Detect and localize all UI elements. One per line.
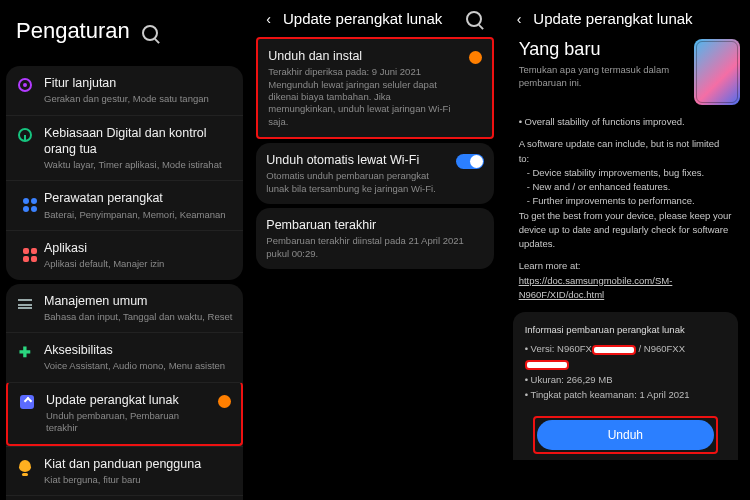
settings-row-dig[interactable]: Kebiasaan Digital dan kontrol orang tuaW…	[6, 115, 243, 181]
update-list-panel: ‹ Update perangkat lunak Unduh dan insta…	[249, 0, 499, 500]
search-icon[interactable]	[466, 11, 482, 27]
row-title: Unduh otomatis lewat Wi-Fi	[266, 152, 445, 168]
page-title: Pengaturan	[12, 10, 134, 56]
learn-label: Learn more at:	[519, 259, 732, 273]
update-row-2[interactable]: Pembaruan terakhirPembaruan terakhir dii…	[256, 208, 493, 269]
row-subtitle: Kiat berguna, fitur baru	[44, 474, 233, 486]
info-size: • Ukuran: 266,29 MB	[525, 372, 726, 387]
row-title: Perawatan perangkat	[44, 190, 233, 206]
header: Pengaturan	[6, 0, 243, 62]
body-bullet: - New and / or enhanced features.	[519, 180, 732, 194]
redacted-box	[592, 345, 636, 355]
hero: Yang baru Temukan apa yang termasuk dala…	[507, 33, 744, 115]
row-title: Aplikasi	[44, 240, 233, 256]
settings-group: Fitur lanjutanGerakan dan gestur, Mode s…	[6, 66, 243, 280]
row-subtitle: Aplikasi default, Manajer izin	[44, 258, 233, 270]
settings-row-adv[interactable]: Fitur lanjutanGerakan dan gestur, Mode s…	[6, 66, 243, 115]
learn-link[interactable]: https://doc.samsungmobile.com/SM-N960F/X…	[519, 275, 673, 300]
back-icon[interactable]: ‹	[513, 11, 526, 27]
gen-icon	[16, 294, 34, 312]
update-body: • Overall stability of functions improve…	[507, 115, 744, 302]
update-card: Unduh dan instalTerakhir diperiksa pada:…	[256, 37, 493, 139]
info-patch: • Tingkat patch keamanan: 1 April 2021	[525, 387, 726, 402]
search-icon[interactable]	[142, 25, 158, 41]
body-bullet: - Device stability improvements, bug fix…	[519, 166, 732, 180]
settings-panel: Pengaturan Fitur lanjutanGerakan dan ges…	[0, 0, 249, 500]
phone-image	[694, 39, 740, 105]
update-card: Pembaruan terakhirPembaruan terakhir dii…	[256, 208, 493, 269]
notification-badge	[469, 51, 482, 64]
row-subtitle: Otomatis unduh pembaruan perangkat lunak…	[266, 170, 445, 195]
row-title: Aksesibilitas	[44, 342, 233, 358]
hero-subtitle: Temukan apa yang termasuk dalam pembarua…	[519, 64, 684, 90]
notification-badge	[218, 395, 231, 408]
settings-row-acc[interactable]: ✚AksesibilitasVoice Assistant, Audio mon…	[6, 332, 243, 382]
row-subtitle: Terakhir diperiksa pada: 9 Juni 2021 Men…	[268, 66, 458, 128]
back-icon[interactable]: ‹	[262, 11, 275, 27]
row-subtitle: Voice Assistant, Audio mono, Menu asiste…	[44, 360, 233, 372]
row-title: Pembaruan terakhir	[266, 217, 483, 233]
care-icon	[16, 191, 34, 209]
body-note: To get the best from your device, please…	[519, 209, 732, 252]
acc-icon: ✚	[16, 343, 34, 361]
settings-row-tip[interactable]: Kiat dan panduan penggunaKiat berguna, f…	[6, 446, 243, 496]
download-wrap: Unduh	[513, 408, 738, 460]
adv-icon	[16, 76, 34, 94]
info-version: • Versi: N960FX / N960FXX	[525, 341, 726, 371]
row-title: Update perangkat lunak	[46, 392, 208, 408]
tip-icon	[16, 457, 34, 475]
row-title: Fitur lanjutan	[44, 75, 233, 91]
body-lead: • Overall stability of functions improve…	[519, 115, 732, 129]
wifi-auto-toggle[interactable]	[456, 154, 484, 169]
update-info-card: Informasi pembaruan perangkat lunak • Ve…	[513, 312, 738, 408]
row-subtitle: Baterai, Penyimpanan, Memori, Keamanan	[44, 209, 233, 221]
body-intro: A software update can include, but is no…	[519, 137, 732, 166]
header: ‹ Update perangkat lunak	[507, 0, 744, 33]
apps-icon	[16, 241, 34, 259]
body-bullet: - Further improvements to performance.	[519, 194, 732, 208]
settings-row-gen[interactable]: Manajemen umumBahasa dan input, Tanggal …	[6, 284, 243, 333]
update-detail-panel: ‹ Update perangkat lunak Yang baru Temuk…	[500, 0, 750, 500]
update-row-1[interactable]: Unduh otomatis lewat Wi-FiOtomatis unduh…	[256, 143, 493, 204]
settings-row-about[interactable]: Tentang ponselStatus, Informasi hukum, N…	[6, 495, 243, 500]
settings-row-upd[interactable]: Update perangkat lunakUnduh pembaruan, P…	[6, 382, 243, 446]
row-subtitle: Gerakan dan gestur, Mode satu tangan	[44, 93, 233, 105]
page-title: Update perangkat lunak	[533, 10, 738, 27]
header: ‹ Update perangkat lunak	[256, 0, 493, 33]
update-card: Unduh otomatis lewat Wi-FiOtomatis unduh…	[256, 143, 493, 204]
row-title: Unduh dan instal	[268, 48, 458, 64]
row-subtitle: Pembaruan terakhir diinstal pada 21 Apri…	[266, 235, 483, 260]
row-title: Kebiasaan Digital dan kontrol orang tua	[44, 125, 233, 158]
dig-icon	[16, 126, 34, 144]
row-title: Kiat dan panduan pengguna	[44, 456, 233, 472]
page-title: Update perangkat lunak	[283, 10, 458, 27]
info-title: Informasi pembaruan perangkat lunak	[525, 322, 726, 337]
upd-icon	[18, 393, 36, 411]
redacted-box	[525, 360, 569, 370]
row-subtitle: Unduh pembaruan, Pembaruan terakhir	[46, 410, 208, 435]
update-row-0[interactable]: Unduh dan instalTerakhir diperiksa pada:…	[258, 39, 491, 137]
row-title: Manajemen umum	[44, 293, 233, 309]
hero-title: Yang baru	[519, 39, 684, 60]
row-subtitle: Waktu layar, Timer aplikasi, Mode istira…	[44, 159, 233, 171]
settings-row-care[interactable]: Perawatan perangkatBaterai, Penyimpanan,…	[6, 180, 243, 230]
row-subtitle: Bahasa dan input, Tanggal dan waktu, Res…	[44, 311, 233, 323]
settings-row-apps[interactable]: AplikasiAplikasi default, Manajer izin	[6, 230, 243, 280]
settings-group: Manajemen umumBahasa dan input, Tanggal …	[6, 284, 243, 500]
download-button[interactable]: Unduh	[537, 420, 714, 450]
